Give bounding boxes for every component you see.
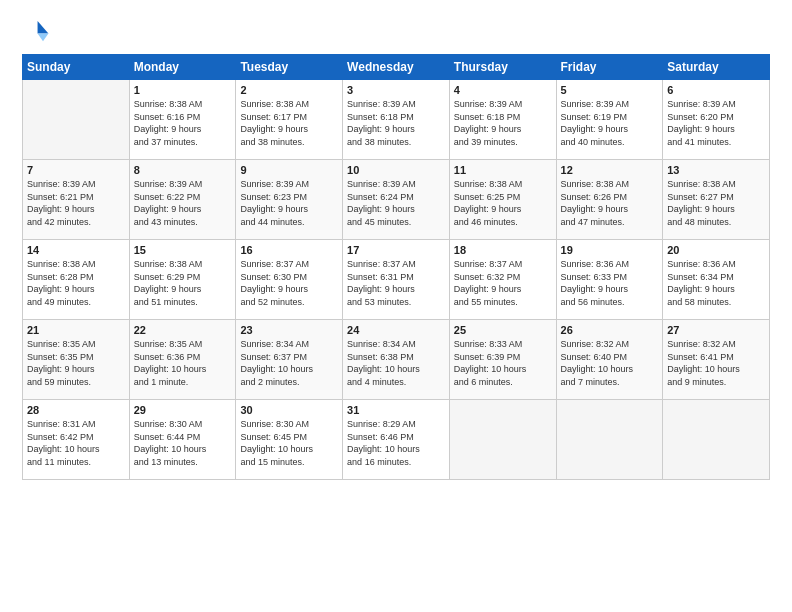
day-number: 14: [27, 244, 125, 256]
cell-info: Sunrise: 8:39 AM Sunset: 6:23 PM Dayligh…: [240, 178, 338, 228]
cell-info: Sunrise: 8:39 AM Sunset: 6:20 PM Dayligh…: [667, 98, 765, 148]
header-cell-wednesday: Wednesday: [343, 55, 450, 80]
calendar-cell: 29Sunrise: 8:30 AM Sunset: 6:44 PM Dayli…: [129, 400, 236, 480]
cell-info: Sunrise: 8:38 AM Sunset: 6:16 PM Dayligh…: [134, 98, 232, 148]
cell-info: Sunrise: 8:32 AM Sunset: 6:41 PM Dayligh…: [667, 338, 765, 388]
day-number: 28: [27, 404, 125, 416]
cell-info: Sunrise: 8:38 AM Sunset: 6:17 PM Dayligh…: [240, 98, 338, 148]
calendar-cell: 11Sunrise: 8:38 AM Sunset: 6:25 PM Dayli…: [449, 160, 556, 240]
calendar-cell: 30Sunrise: 8:30 AM Sunset: 6:45 PM Dayli…: [236, 400, 343, 480]
cell-info: Sunrise: 8:37 AM Sunset: 6:30 PM Dayligh…: [240, 258, 338, 308]
calendar-cell: 19Sunrise: 8:36 AM Sunset: 6:33 PM Dayli…: [556, 240, 663, 320]
calendar-body: 1Sunrise: 8:38 AM Sunset: 6:16 PM Daylig…: [23, 80, 770, 480]
calendar-cell: 4Sunrise: 8:39 AM Sunset: 6:18 PM Daylig…: [449, 80, 556, 160]
day-number: 9: [240, 164, 338, 176]
calendar-header: SundayMondayTuesdayWednesdayThursdayFrid…: [23, 55, 770, 80]
calendar-cell: 12Sunrise: 8:38 AM Sunset: 6:26 PM Dayli…: [556, 160, 663, 240]
calendar-table: SundayMondayTuesdayWednesdayThursdayFrid…: [22, 54, 770, 480]
calendar-cell: 25Sunrise: 8:33 AM Sunset: 6:39 PM Dayli…: [449, 320, 556, 400]
day-number: 7: [27, 164, 125, 176]
cell-info: Sunrise: 8:39 AM Sunset: 6:24 PM Dayligh…: [347, 178, 445, 228]
week-row-4: 21Sunrise: 8:35 AM Sunset: 6:35 PM Dayli…: [23, 320, 770, 400]
cell-info: Sunrise: 8:39 AM Sunset: 6:22 PM Dayligh…: [134, 178, 232, 228]
calendar-cell: 16Sunrise: 8:37 AM Sunset: 6:30 PM Dayli…: [236, 240, 343, 320]
calendar-cell: 3Sunrise: 8:39 AM Sunset: 6:18 PM Daylig…: [343, 80, 450, 160]
day-number: 11: [454, 164, 552, 176]
calendar-cell: 10Sunrise: 8:39 AM Sunset: 6:24 PM Dayli…: [343, 160, 450, 240]
day-number: 22: [134, 324, 232, 336]
week-row-1: 1Sunrise: 8:38 AM Sunset: 6:16 PM Daylig…: [23, 80, 770, 160]
day-number: 13: [667, 164, 765, 176]
calendar-cell: 27Sunrise: 8:32 AM Sunset: 6:41 PM Dayli…: [663, 320, 770, 400]
cell-info: Sunrise: 8:39 AM Sunset: 6:21 PM Dayligh…: [27, 178, 125, 228]
calendar-cell: 17Sunrise: 8:37 AM Sunset: 6:31 PM Dayli…: [343, 240, 450, 320]
calendar-cell: 7Sunrise: 8:39 AM Sunset: 6:21 PM Daylig…: [23, 160, 130, 240]
calendar-cell: [23, 80, 130, 160]
cell-info: Sunrise: 8:38 AM Sunset: 6:29 PM Dayligh…: [134, 258, 232, 308]
cell-info: Sunrise: 8:38 AM Sunset: 6:25 PM Dayligh…: [454, 178, 552, 228]
day-number: 10: [347, 164, 445, 176]
calendar-cell: 23Sunrise: 8:34 AM Sunset: 6:37 PM Dayli…: [236, 320, 343, 400]
day-number: 12: [561, 164, 659, 176]
cell-info: Sunrise: 8:36 AM Sunset: 6:34 PM Dayligh…: [667, 258, 765, 308]
cell-info: Sunrise: 8:33 AM Sunset: 6:39 PM Dayligh…: [454, 338, 552, 388]
header-row: SundayMondayTuesdayWednesdayThursdayFrid…: [23, 55, 770, 80]
cell-info: Sunrise: 8:30 AM Sunset: 6:44 PM Dayligh…: [134, 418, 232, 468]
day-number: 6: [667, 84, 765, 96]
calendar-cell: 21Sunrise: 8:35 AM Sunset: 6:35 PM Dayli…: [23, 320, 130, 400]
cell-info: Sunrise: 8:38 AM Sunset: 6:26 PM Dayligh…: [561, 178, 659, 228]
calendar-cell: 20Sunrise: 8:36 AM Sunset: 6:34 PM Dayli…: [663, 240, 770, 320]
cell-info: Sunrise: 8:39 AM Sunset: 6:18 PM Dayligh…: [454, 98, 552, 148]
calendar-cell: 8Sunrise: 8:39 AM Sunset: 6:22 PM Daylig…: [129, 160, 236, 240]
day-number: 4: [454, 84, 552, 96]
cell-info: Sunrise: 8:31 AM Sunset: 6:42 PM Dayligh…: [27, 418, 125, 468]
day-number: 5: [561, 84, 659, 96]
day-number: 24: [347, 324, 445, 336]
calendar-cell: 28Sunrise: 8:31 AM Sunset: 6:42 PM Dayli…: [23, 400, 130, 480]
calendar-cell: 15Sunrise: 8:38 AM Sunset: 6:29 PM Dayli…: [129, 240, 236, 320]
cell-info: Sunrise: 8:32 AM Sunset: 6:40 PM Dayligh…: [561, 338, 659, 388]
day-number: 1: [134, 84, 232, 96]
calendar-cell: 9Sunrise: 8:39 AM Sunset: 6:23 PM Daylig…: [236, 160, 343, 240]
header-cell-thursday: Thursday: [449, 55, 556, 80]
day-number: 21: [27, 324, 125, 336]
cell-info: Sunrise: 8:35 AM Sunset: 6:35 PM Dayligh…: [27, 338, 125, 388]
day-number: 25: [454, 324, 552, 336]
header-cell-monday: Monday: [129, 55, 236, 80]
cell-info: Sunrise: 8:37 AM Sunset: 6:31 PM Dayligh…: [347, 258, 445, 308]
calendar-cell: 24Sunrise: 8:34 AM Sunset: 6:38 PM Dayli…: [343, 320, 450, 400]
calendar-cell: [556, 400, 663, 480]
calendar-cell: 14Sunrise: 8:38 AM Sunset: 6:28 PM Dayli…: [23, 240, 130, 320]
calendar-cell: 26Sunrise: 8:32 AM Sunset: 6:40 PM Dayli…: [556, 320, 663, 400]
day-number: 31: [347, 404, 445, 416]
day-number: 8: [134, 164, 232, 176]
calendar-cell: 1Sunrise: 8:38 AM Sunset: 6:16 PM Daylig…: [129, 80, 236, 160]
calendar-cell: 31Sunrise: 8:29 AM Sunset: 6:46 PM Dayli…: [343, 400, 450, 480]
day-number: 18: [454, 244, 552, 256]
cell-info: Sunrise: 8:30 AM Sunset: 6:45 PM Dayligh…: [240, 418, 338, 468]
calendar-cell: 13Sunrise: 8:38 AM Sunset: 6:27 PM Dayli…: [663, 160, 770, 240]
cell-info: Sunrise: 8:36 AM Sunset: 6:33 PM Dayligh…: [561, 258, 659, 308]
cell-info: Sunrise: 8:39 AM Sunset: 6:19 PM Dayligh…: [561, 98, 659, 148]
day-number: 17: [347, 244, 445, 256]
day-number: 20: [667, 244, 765, 256]
day-number: 30: [240, 404, 338, 416]
calendar-cell: 6Sunrise: 8:39 AM Sunset: 6:20 PM Daylig…: [663, 80, 770, 160]
calendar-cell: [449, 400, 556, 480]
day-number: 16: [240, 244, 338, 256]
day-number: 29: [134, 404, 232, 416]
cell-info: Sunrise: 8:39 AM Sunset: 6:18 PM Dayligh…: [347, 98, 445, 148]
week-row-5: 28Sunrise: 8:31 AM Sunset: 6:42 PM Dayli…: [23, 400, 770, 480]
header-cell-tuesday: Tuesday: [236, 55, 343, 80]
cell-info: Sunrise: 8:38 AM Sunset: 6:27 PM Dayligh…: [667, 178, 765, 228]
header: [22, 18, 770, 46]
day-number: 3: [347, 84, 445, 96]
day-number: 15: [134, 244, 232, 256]
svg-marker-1: [38, 34, 49, 42]
cell-info: Sunrise: 8:34 AM Sunset: 6:37 PM Dayligh…: [240, 338, 338, 388]
header-cell-saturday: Saturday: [663, 55, 770, 80]
calendar-cell: 18Sunrise: 8:37 AM Sunset: 6:32 PM Dayli…: [449, 240, 556, 320]
day-number: 26: [561, 324, 659, 336]
cell-info: Sunrise: 8:29 AM Sunset: 6:46 PM Dayligh…: [347, 418, 445, 468]
cell-info: Sunrise: 8:35 AM Sunset: 6:36 PM Dayligh…: [134, 338, 232, 388]
